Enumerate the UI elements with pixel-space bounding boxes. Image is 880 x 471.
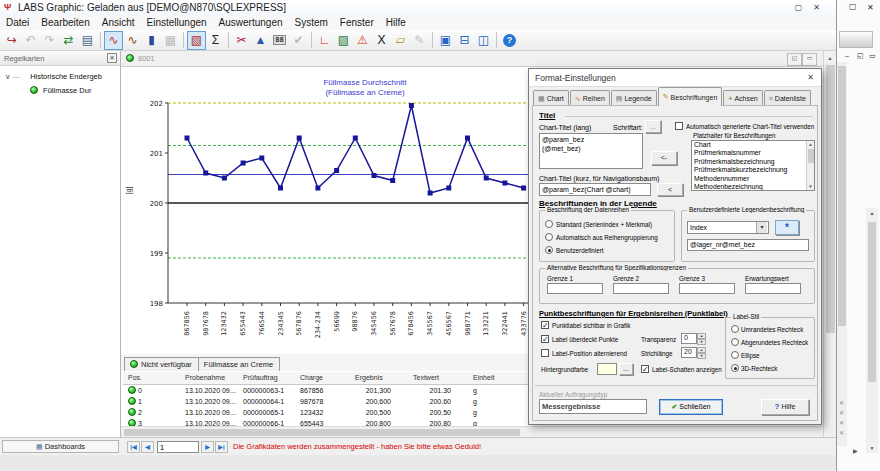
chart-title-short-input[interactable]: @param_bez(Chart @chart)	[539, 183, 651, 196]
radio-ellipse[interactable]	[731, 351, 739, 359]
child-restore-icon[interactable]: ◱	[787, 53, 802, 66]
radio-standard[interactable]	[545, 220, 553, 228]
sidebar-close-icon[interactable]: ✕	[107, 53, 117, 63]
dialog-tab-achsen[interactable]: +Achsen	[723, 90, 762, 106]
tile-vertical-icon[interactable]: ◫	[474, 31, 493, 50]
bg-restore-icon[interactable]: ◱	[857, 52, 864, 60]
custom-legend-input[interactable]: @lager_nr@met_bez	[687, 239, 809, 251]
menu-datei[interactable]: Datei	[0, 16, 35, 29]
edit-icon[interactable]: ✎	[410, 31, 429, 50]
sigma-icon[interactable]: Σ	[206, 31, 225, 50]
radio-auto-grouping[interactable]	[545, 233, 553, 241]
nav-next-button[interactable]: ▶	[201, 441, 214, 453]
menu-einstellungen[interactable]: Einstellungen	[141, 16, 213, 29]
dialog-close-icon[interactable]: ✕	[804, 72, 817, 84]
radio-3d-rechteck[interactable]	[731, 364, 739, 372]
radio-custom[interactable]	[545, 246, 553, 254]
nav-prev-button[interactable]: ◀	[141, 441, 154, 453]
tab-nicht-verfuegbar[interactable]: Nicht verfügbar	[124, 357, 199, 371]
dashboards-button[interactable]: ▦ Dashboards	[2, 440, 119, 453]
print-icon[interactable]: ▤	[78, 31, 97, 50]
placeholder-list-scrollbar[interactable]: ▲ ▼	[806, 141, 814, 190]
bg-color-swatch[interactable]	[597, 363, 617, 375]
sigma-x-icon[interactable]: X	[372, 31, 391, 50]
index-dropdown[interactable]: Index ▾	[687, 221, 769, 234]
help-icon[interactable]: ?	[500, 31, 519, 50]
menu-auswertungen[interactable]: Auswertungen	[213, 16, 289, 29]
grenze1-input[interactable]	[547, 283, 603, 294]
chart-window-tab[interactable]: 8001 ◱ ▭	[121, 51, 823, 67]
redo-icon[interactable]: ↷	[40, 31, 59, 50]
bg-left-scrollbar[interactable]	[837, 62, 847, 446]
radio-umrandetes-rechteck[interactable]	[731, 325, 739, 333]
font-button[interactable]: ...	[645, 120, 661, 133]
label-alternating-checkbox[interactable]	[541, 349, 549, 357]
chart-export-icon[interactable]: ▨	[334, 31, 353, 50]
help-button[interactable]: ? Hilfe	[761, 399, 809, 415]
dashlen-spinner[interactable]: 20 ▴▾	[681, 347, 706, 358]
bg-box-icon[interactable]: ▭	[869, 52, 876, 60]
placeholder-item[interactable]: Prüfmerkmalsnummer	[692, 149, 806, 157]
open-database-icon[interactable]: ⇄	[59, 31, 78, 50]
tree-node-historische[interactable]: ∨ — Historische Endergeb	[5, 72, 102, 81]
cascade-windows-icon[interactable]: ▣	[436, 31, 455, 50]
grenze3-input[interactable]	[679, 283, 735, 294]
digital-display-icon[interactable]: 88	[270, 31, 289, 50]
close-button[interactable]: ✕	[809, 1, 824, 14]
chart-title-long-input[interactable]: @param_bez (@met_bez)	[539, 133, 643, 169]
histogram-icon[interactable]: ▮	[142, 31, 161, 50]
close-dialog-button[interactable]: ✔ Schließen	[659, 399, 723, 415]
bg-right-scrollbar[interactable]: ▲ ▼	[866, 208, 878, 453]
dialog-tab-legende[interactable]: ▤Legende	[611, 90, 657, 106]
scroll-up-icon[interactable]: ▲	[824, 55, 836, 61]
insert-into-short-title-button[interactable]: <	[657, 183, 683, 196]
menu-fenster[interactable]: Fenster	[334, 16, 380, 29]
label-shadow-checkbox[interactable]: ✓	[641, 365, 649, 373]
placeholder-item[interactable]: Chart	[692, 141, 806, 149]
pointlabel-visible-checkbox[interactable]: ✓	[541, 321, 549, 329]
bg-scroll-right-icon[interactable]: ▶	[853, 447, 858, 454]
tile-horizontal-icon[interactable]: ⊟	[455, 31, 474, 50]
tree-node-fuellmasse[interactable]: Füllmasse Dur	[30, 86, 91, 95]
dialog-tab-reihen[interactable]: ∿Reihen	[570, 90, 610, 106]
page-number-input[interactable]	[157, 441, 199, 453]
chart-board-icon[interactable]: ▧	[187, 31, 206, 50]
exit-icon[interactable]: ↪	[2, 31, 21, 50]
vertical-scrollbar[interactable]: ▲	[823, 51, 836, 437]
table-view-icon[interactable]: ▦	[161, 31, 180, 50]
tools-icon[interactable]: ✂	[232, 31, 251, 50]
current-type-input[interactable]: Messergebnisse	[539, 399, 647, 414]
bg-maximize-icon[interactable]: ▢	[849, 2, 857, 11]
nav-last-button[interactable]: ▶|	[215, 441, 228, 453]
erwartungswert-input[interactable]	[745, 283, 801, 294]
bg-color-button[interactable]: ...	[619, 363, 633, 375]
bg-close-icon[interactable]: ✕	[867, 3, 874, 12]
placeholder-item[interactable]: Methodenbezeichnung	[692, 183, 806, 191]
report-icon[interactable]: ▱	[391, 31, 410, 50]
dialog-tab-beschriftungen[interactable]: ✎Beschriftungen	[658, 87, 723, 106]
placeholder-item[interactable]: Methodennummer	[692, 175, 806, 183]
menu-system[interactable]: System	[289, 16, 334, 29]
dropdown-arrow-icon[interactable]: ▾	[756, 222, 767, 233]
menu-bearbeiten[interactable]: Bearbeiten	[35, 16, 95, 29]
insert-into-long-title-button[interactable]: <-	[651, 151, 677, 165]
label-cover-checkbox[interactable]: ✓	[541, 335, 549, 343]
undo-icon[interactable]: ↶	[21, 31, 40, 50]
bg-minimize-icon[interactable]: –	[845, 52, 849, 59]
grenze2-input[interactable]	[613, 283, 669, 294]
placeholder-listbox[interactable]: ChartPrüfmerkmalsnummerPrüfmerkmalsbezei…	[691, 140, 815, 191]
insert-placeholder-button[interactable]: *	[775, 220, 799, 235]
maximize-button[interactable]: ▢	[791, 1, 806, 14]
child-box-icon[interactable]: ▭	[802, 53, 817, 66]
scale-icon[interactable]: ∟	[315, 31, 334, 50]
tab-fuellmasse-an-creme[interactable]: Füllmasse an Creme	[199, 357, 280, 371]
transparency-spinner[interactable]: 0 ▴▾	[681, 333, 706, 344]
chart-alarm-icon[interactable]: ⚠	[353, 31, 372, 50]
tree-collapse-icon[interactable]: ∨	[5, 72, 11, 81]
analysis-icon[interactable]: ▲	[251, 31, 270, 50]
dialog-tab-datenliste[interactable]: ≡Datenliste	[764, 90, 811, 106]
menu-hilfe[interactable]: Hilfe	[380, 16, 412, 29]
dialog-tab-chart[interactable]: ▦Chart	[533, 90, 569, 106]
apply-check-icon[interactable]: ✔	[289, 31, 308, 50]
radio-abgerundetes-rechteck[interactable]	[731, 338, 739, 346]
